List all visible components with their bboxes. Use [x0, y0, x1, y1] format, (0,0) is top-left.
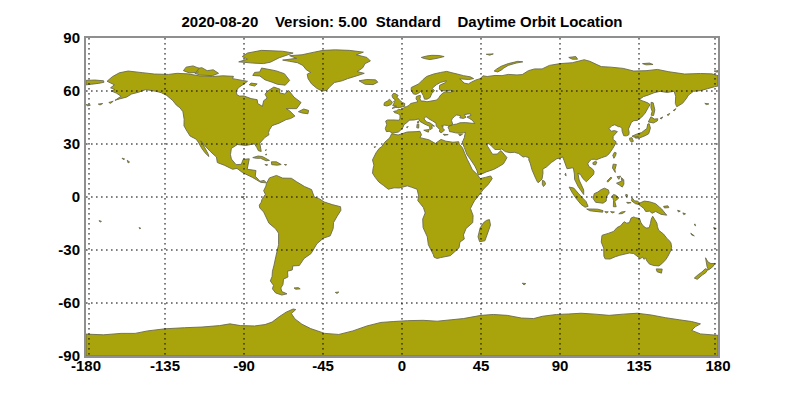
island-hokkaido	[648, 117, 657, 123]
island-luzon	[612, 164, 616, 172]
island-sri-lanka	[542, 180, 545, 186]
island-hispaniola	[271, 162, 281, 165]
landmass-north-america	[107, 71, 301, 183]
island-new-zealand-south	[694, 269, 708, 280]
y-axis-tick-label: 30	[24, 135, 80, 153]
island-ellesmere	[239, 50, 293, 63]
island-ireland	[384, 99, 392, 106]
island-hainan	[593, 161, 597, 164]
island-borneo	[593, 188, 609, 203]
x-axis-tick-label: -135	[133, 357, 197, 374]
island-newfoundland	[298, 109, 308, 114]
island-novaya-zemlya	[494, 61, 523, 72]
island-great-britain	[392, 93, 405, 108]
y-axis-tick-label: -60	[24, 294, 80, 312]
island-banks	[183, 66, 199, 73]
plot-title: 2020-08-20 Version: 5.00 Standard Daytim…	[86, 13, 718, 30]
y-axis-tick-label: -30	[24, 241, 80, 259]
island-sakhalin	[651, 102, 655, 115]
y-axis-tick-label: 90	[24, 29, 80, 47]
island-svalbard	[421, 55, 444, 59]
landmass-greenland	[283, 50, 371, 91]
y-axis-tick-label: 60	[24, 82, 80, 100]
island-sulawesi	[612, 195, 618, 207]
x-axis-tick-label: -45	[291, 357, 355, 374]
landmass-australia	[601, 216, 671, 266]
island-java	[587, 209, 603, 212]
island-new-zealand-north	[706, 258, 715, 270]
x-axis-tick-label: 135	[607, 357, 671, 374]
island-mindanao	[617, 180, 624, 187]
x-axis-tick-label: 180	[686, 357, 750, 374]
world-map	[86, 38, 718, 356]
islands-japan-south	[630, 137, 639, 143]
island-southampton	[249, 83, 257, 86]
landmass-south-america	[259, 175, 341, 295]
island-new-guinea	[632, 198, 667, 215]
island-madagascar	[478, 220, 490, 242]
island-tasmania	[656, 269, 662, 273]
x-axis-tick-label: 0	[370, 357, 434, 374]
island-cuba	[253, 156, 270, 161]
y-axis-tick-label: -90	[24, 347, 80, 365]
x-axis-tick-label: 45	[449, 357, 513, 374]
orbit-location-plot: 2020-08-20 Version: 5.00 Standard Daytim…	[0, 0, 800, 400]
island-honshu	[632, 124, 650, 138]
x-axis-tick-label: -90	[212, 357, 276, 374]
y-axis-tick-label: 0	[24, 188, 80, 206]
island-iceland	[359, 80, 378, 85]
x-axis-tick-label: 90	[528, 357, 592, 374]
island-taiwan	[613, 152, 616, 158]
island-baffin	[253, 68, 290, 85]
